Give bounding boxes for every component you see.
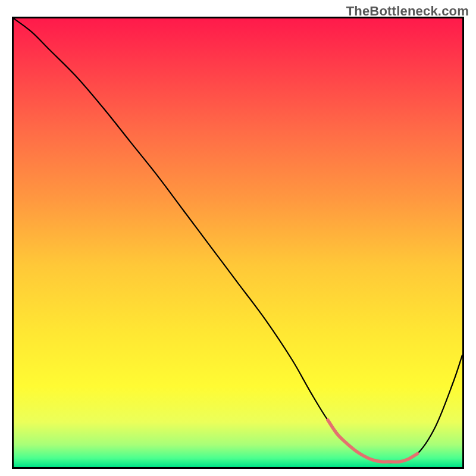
chart-container: TheBottleneck.com [0,0,476,476]
curve-layer [14,18,462,467]
bottleneck-curve [14,18,462,463]
optimal-range-marker [328,420,418,462]
plot-area [12,17,464,469]
